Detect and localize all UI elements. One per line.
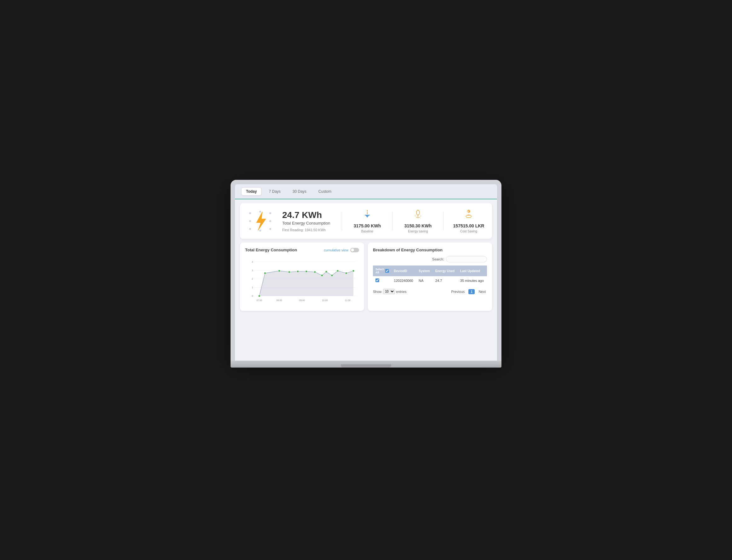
- stat-cost-saving: $ 157515.00 LKR Cost Saving: [453, 209, 484, 233]
- baseline-icon: [362, 209, 372, 221]
- svg-text:3: 3: [252, 269, 253, 272]
- svg-point-44: [337, 270, 339, 272]
- row-checkbox[interactable]: [375, 278, 379, 282]
- chart-svg-wrapper: 4 3 2 1 0 07:00 08:00 09:00 10:00 11:0: [245, 256, 359, 306]
- svg-point-12: [416, 210, 420, 215]
- col-select-all: Select All: [373, 266, 392, 276]
- lightning-icon-wrapper: [248, 210, 273, 232]
- svg-text:1: 1: [252, 286, 253, 289]
- row-system: NA: [416, 276, 433, 285]
- current-page[interactable]: 1: [468, 289, 475, 294]
- col-device-id: DeviceID: [392, 266, 416, 276]
- svg-point-36: [278, 270, 280, 272]
- col-system: System: [416, 266, 433, 276]
- svg-marker-8: [256, 212, 266, 231]
- cumulative-view-toggle[interactable]: cumulative view: [324, 248, 359, 252]
- summary-section: 24.7 KWh Total Energy Consumption First …: [240, 203, 492, 239]
- svg-point-37: [288, 271, 290, 273]
- table-body: 1202240060 NA 24.7 35 minutes ago: [373, 276, 487, 285]
- entries-select[interactable]: 10 25 50: [383, 289, 395, 294]
- tab-custom[interactable]: Custom: [314, 187, 336, 196]
- cumulative-label: cumulative view: [324, 248, 348, 252]
- energy-saving-icon: [413, 209, 423, 221]
- energy-reading: First Reading: 1941.50 KWh: [282, 228, 332, 232]
- top-nav: Today 7 Days 30 Days Custom: [235, 184, 497, 199]
- next-button[interactable]: Next: [477, 289, 487, 294]
- svg-point-43: [331, 274, 333, 276]
- table-title: Breakdown of Energy Consumption: [373, 248, 487, 252]
- show-label: Show: [373, 290, 382, 294]
- row-checkbox-cell: [373, 276, 392, 285]
- svg-point-45: [345, 272, 347, 274]
- svg-text:0: 0: [252, 294, 253, 297]
- energy-saving-svg: [413, 209, 423, 219]
- chart-title: Total Energy Consumption: [245, 248, 297, 252]
- stat-energy-saving: 3150.30 KWh Energy saving: [402, 209, 434, 233]
- search-input[interactable]: [446, 256, 487, 262]
- select-all-checkbox[interactable]: [385, 269, 389, 273]
- svg-point-41: [321, 274, 323, 276]
- energy-main: 24.7 KWh Total Energy Consumption First …: [282, 210, 332, 232]
- svg-text:07:00: 07:00: [256, 299, 262, 302]
- svg-text:11:00: 11:00: [345, 299, 351, 302]
- row-last-updated: 35 minutes ago: [458, 276, 487, 285]
- laptop-base: [231, 361, 501, 368]
- svg-point-34: [258, 295, 260, 297]
- screen-inner: Today 7 Days 30 Days Custom: [235, 184, 497, 361]
- svg-marker-10: [365, 215, 369, 218]
- svg-text:4: 4: [252, 260, 253, 263]
- svg-point-40: [314, 271, 316, 273]
- divider-2: [392, 212, 393, 231]
- previous-button[interactable]: Previous: [450, 289, 466, 294]
- entries-label: entries: [396, 290, 407, 294]
- col-energy-used: Energy Used: [433, 266, 458, 276]
- svg-text:2: 2: [252, 277, 253, 280]
- charts-section: Total Energy Consumption cumulative view: [240, 243, 492, 311]
- data-table: Select All DeviceID System Energy Used L…: [373, 266, 487, 285]
- svg-point-39: [305, 271, 307, 272]
- svg-point-38: [297, 271, 299, 272]
- cost-saving-label: Cost Saving: [460, 230, 477, 233]
- svg-text:08:00: 08:00: [277, 299, 282, 302]
- app-container: Today 7 Days 30 Days Custom: [235, 184, 497, 361]
- energy-saving-value: 3150.30 KWh: [404, 223, 432, 228]
- baseline-label: Baseline: [361, 230, 373, 233]
- table-head: Select All DeviceID System Energy Used L…: [373, 266, 487, 276]
- energy-label: Total Energy Consumption: [282, 221, 332, 226]
- svg-text:10:00: 10:00: [322, 299, 328, 302]
- table-card: Breakdown of Energy Consumption Search:: [368, 243, 492, 311]
- row-device-id: 1202240060: [392, 276, 416, 285]
- svg-point-42: [325, 271, 327, 273]
- baseline-value: 3175.00 KWh: [354, 223, 381, 228]
- baseline-svg: [362, 209, 372, 219]
- divider-1: [342, 212, 342, 231]
- toggle-switch[interactable]: [350, 248, 359, 252]
- energy-saving-label: Energy saving: [408, 230, 428, 233]
- table-footer: Show 10 25 50 entries Previous 1: [373, 289, 487, 294]
- laptop-wrapper: Today 7 Days 30 Days Custom: [231, 180, 501, 380]
- header-row: Select All DeviceID System Energy Used L…: [373, 266, 487, 276]
- tab-30days[interactable]: 30 Days: [288, 187, 311, 196]
- search-label: Search:: [432, 257, 444, 261]
- lightning-svg: [248, 210, 273, 232]
- cost-saving-svg: $: [463, 209, 474, 219]
- cost-saving-value: 157515.00 LKR: [453, 223, 484, 228]
- cost-saving-icon: $: [463, 209, 474, 221]
- chart-header: Total Energy Consumption cumulative view: [245, 248, 359, 252]
- line-chart-svg: 4 3 2 1 0 07:00 08:00 09:00 10:00 11:0: [245, 256, 359, 305]
- laptop-screen: Today 7 Days 30 Days Custom: [231, 180, 501, 361]
- table-row: 1202240060 NA 24.7 35 minutes ago: [373, 276, 487, 285]
- pagination: Previous 1 Next: [450, 289, 487, 294]
- row-energy-used: 24.7: [433, 276, 458, 285]
- select-all-label: Select All: [375, 268, 384, 274]
- svg-text:09:00: 09:00: [299, 299, 305, 302]
- search-row: Search:: [373, 256, 487, 262]
- col-last-updated: Last Updated: [458, 266, 487, 276]
- show-entries: Show 10 25 50 entries: [373, 289, 407, 294]
- chart-card: Total Energy Consumption cumulative view: [240, 243, 364, 311]
- stat-baseline: 3175.00 KWh Baseline: [352, 209, 383, 233]
- tab-7days[interactable]: 7 Days: [264, 187, 285, 196]
- energy-value: 24.7 KWh: [282, 210, 332, 220]
- tab-today[interactable]: Today: [241, 187, 261, 196]
- svg-text:$: $: [467, 210, 469, 213]
